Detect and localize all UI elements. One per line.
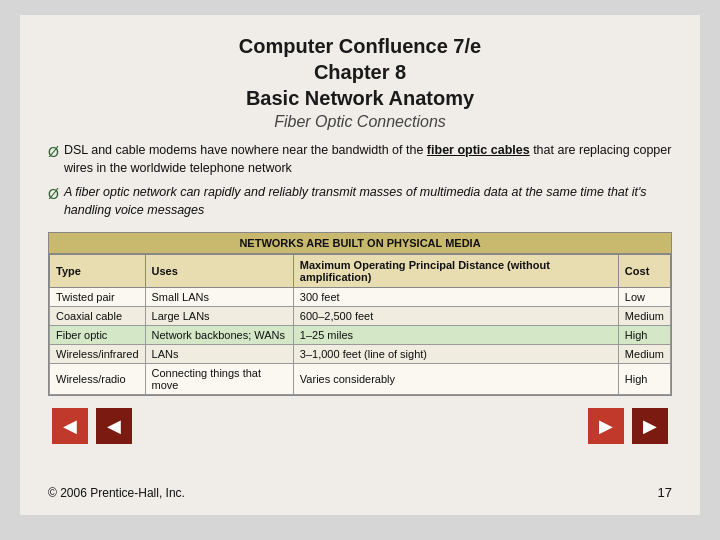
- table-cell: Small LANs: [145, 287, 293, 306]
- table-cell: High: [618, 363, 670, 394]
- nav-next-last-button[interactable]: ▶: [632, 408, 668, 444]
- table-cell: Network backbones; WANs: [145, 325, 293, 344]
- slide-title-line2: Chapter 8: [48, 59, 672, 85]
- network-table: Type Uses Maximum Operating Principal Di…: [49, 254, 671, 395]
- table-cell: Twisted pair: [50, 287, 146, 306]
- bullet-text-before-1: DSL and cable modems have nowhere near t…: [64, 143, 427, 157]
- slide-title-line1: Computer Confluence 7/e: [48, 33, 672, 59]
- table-cell: Varies considerably: [293, 363, 618, 394]
- bullet-text-2: A fiber optic network can rapidly and re…: [64, 183, 672, 219]
- table-cell: 300 feet: [293, 287, 618, 306]
- table-row: Wireless/radioConnecting things that mov…: [50, 363, 671, 394]
- table-cell: Coaxial cable: [50, 306, 146, 325]
- slide-container: Computer Confluence 7/e Chapter 8 Basic …: [20, 15, 700, 515]
- table-cell: Medium: [618, 344, 670, 363]
- table-cell: LANs: [145, 344, 293, 363]
- nav-left: ◀ ◀: [52, 408, 132, 444]
- slide-subtitle: Fiber Optic Connections: [48, 113, 672, 131]
- bullet-item-2: Ø A fiber optic network can rapidly and …: [48, 183, 672, 219]
- table-cell: Large LANs: [145, 306, 293, 325]
- footer-bar: © 2006 Prentice-Hall, Inc. 17: [48, 485, 672, 500]
- nav-prev-button[interactable]: ◀: [96, 408, 132, 444]
- nav-next-button[interactable]: ▶: [588, 408, 624, 444]
- bullet-bold-1: fiber optic cables: [427, 143, 530, 157]
- table-cell: Wireless/infrared: [50, 344, 146, 363]
- table-row: Wireless/infraredLANs3–1,000 feet (line …: [50, 344, 671, 363]
- footer-page-number: 17: [658, 485, 672, 500]
- bullet-arrow-2: Ø: [48, 184, 59, 204]
- network-table-container: NETWORKS ARE BUILT ON PHYSICAL MEDIA Typ…: [48, 232, 672, 396]
- table-cell: Medium: [618, 306, 670, 325]
- table-row: Fiber opticNetwork backbones; WANs1–25 m…: [50, 325, 671, 344]
- nav-right: ▶ ▶: [588, 408, 668, 444]
- footer-copyright: © 2006 Prentice-Hall, Inc.: [48, 486, 185, 500]
- col-distance: Maximum Operating Principal Distance (wi…: [293, 254, 618, 287]
- table-header: NETWORKS ARE BUILT ON PHYSICAL MEDIA: [49, 233, 671, 254]
- table-cell: 600–2,500 feet: [293, 306, 618, 325]
- title-block: Computer Confluence 7/e Chapter 8 Basic …: [48, 33, 672, 131]
- table-row: Coaxial cableLarge LANs600–2,500 feetMed…: [50, 306, 671, 325]
- table-cell: 1–25 miles: [293, 325, 618, 344]
- col-type: Type: [50, 254, 146, 287]
- bullet-text-1: DSL and cable modems have nowhere near t…: [64, 141, 672, 177]
- table-cell: 3–1,000 feet (line of sight): [293, 344, 618, 363]
- slide-title-line3: Basic Network Anatomy: [48, 85, 672, 111]
- table-row: Twisted pairSmall LANs300 feetLow: [50, 287, 671, 306]
- col-cost: Cost: [618, 254, 670, 287]
- nav-prev-first-button[interactable]: ◀: [52, 408, 88, 444]
- col-uses: Uses: [145, 254, 293, 287]
- table-cell: Low: [618, 287, 670, 306]
- table-cell: Connecting things that move: [145, 363, 293, 394]
- bullet-section: Ø DSL and cable modems have nowhere near…: [48, 141, 672, 220]
- table-column-headers: Type Uses Maximum Operating Principal Di…: [50, 254, 671, 287]
- table-cell: Wireless/radio: [50, 363, 146, 394]
- bullet-arrow-1: Ø: [48, 142, 59, 162]
- table-cell: High: [618, 325, 670, 344]
- nav-bar: ◀ ◀ ▶ ▶: [48, 408, 672, 444]
- bullet-item-1: Ø DSL and cable modems have nowhere near…: [48, 141, 672, 177]
- table-cell: Fiber optic: [50, 325, 146, 344]
